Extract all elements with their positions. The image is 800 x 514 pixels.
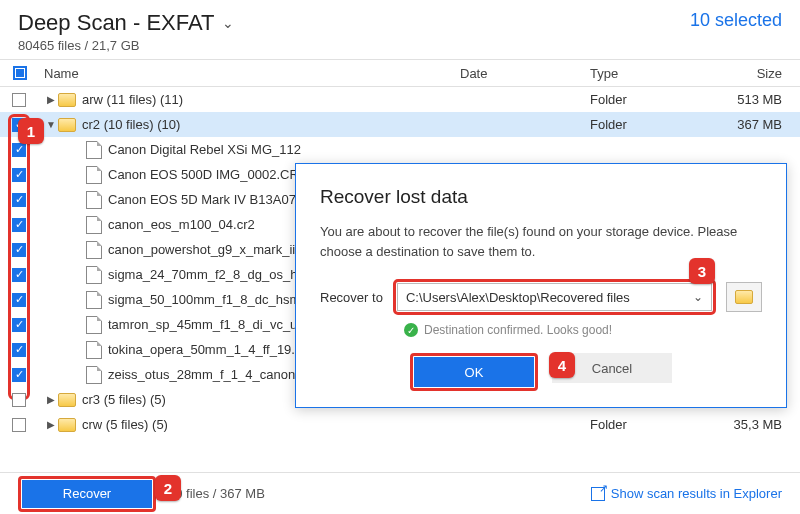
check-circle-icon: ✓	[404, 323, 418, 337]
file-icon	[86, 216, 102, 234]
annotation-badge-3: 3	[689, 258, 715, 284]
row-checkbox[interactable]	[12, 93, 26, 107]
file-icon	[86, 166, 102, 184]
folder-row[interactable]: ▶crw (5 files) (5)Folder35,3 MB	[0, 412, 800, 437]
row-checkbox[interactable]: ✓	[12, 268, 26, 282]
annotation-badge-2: 2	[155, 475, 181, 501]
recover-to-label: Recover to	[320, 290, 383, 305]
row-name: arw (11 files) (11)	[82, 92, 460, 107]
row-name: Canon Digital Rebel XSi MG_112	[108, 142, 460, 157]
external-link-icon	[591, 487, 605, 501]
ok-button[interactable]: OK	[414, 357, 534, 387]
chevron-down-icon[interactable]: ⌄	[693, 290, 703, 304]
file-icon	[86, 191, 102, 209]
file-icon	[86, 366, 102, 384]
folder-icon	[58, 393, 76, 407]
row-checkbox[interactable]: ✓	[12, 343, 26, 357]
row-checkbox[interactable]: ✓	[12, 368, 26, 382]
folder-icon	[58, 418, 76, 432]
row-checkbox[interactable]: ✓	[12, 168, 26, 182]
file-icon	[86, 341, 102, 359]
folder-row[interactable]: ✓▼cr2 (10 files) (10)Folder367 MB	[0, 112, 800, 137]
destination-path: C:\Users\Alex\Desktop\Recovered files	[406, 290, 630, 305]
file-icon	[86, 316, 102, 334]
file-icon	[86, 241, 102, 259]
file-icon	[86, 291, 102, 309]
row-checkbox[interactable]: ✓	[12, 143, 26, 157]
expand-toggle[interactable]: ▼	[44, 119, 58, 130]
row-name: crw (5 files) (5)	[82, 417, 460, 432]
row-type: Folder	[590, 417, 700, 432]
annotation-badge-4: 4	[549, 352, 575, 378]
expand-toggle[interactable]: ▶	[44, 419, 58, 430]
row-type: Folder	[590, 92, 700, 107]
folder-icon	[58, 93, 76, 107]
row-checkbox[interactable]: ✓	[12, 318, 26, 332]
dialog-title: Recover lost data	[320, 186, 762, 208]
selected-count: 10 selected	[690, 10, 782, 31]
selection-summary: 10 files / 367 MB	[168, 486, 265, 501]
annotation-highlight-3: C:\Users\Alex\Desktop\Recovered files ⌄	[393, 279, 716, 315]
show-in-explorer-link[interactable]: Show scan results in Explorer	[591, 486, 782, 501]
expand-toggle[interactable]: ▶	[44, 394, 58, 405]
file-icon	[86, 266, 102, 284]
recover-dialog: Recover lost data You are about to recov…	[295, 163, 787, 408]
confirm-text: Destination confirmed. Looks good!	[424, 323, 612, 337]
row-checkbox[interactable]: ✓	[12, 218, 26, 232]
chevron-down-icon[interactable]: ⌄	[222, 15, 234, 31]
file-row[interactable]: ✓Canon Digital Rebel XSi MG_112	[0, 137, 800, 162]
page-title: Deep Scan - EXFAT	[18, 10, 214, 36]
row-size: 35,3 MB	[700, 417, 800, 432]
footer: Recover 10 files / 367 MB Show scan resu…	[0, 472, 800, 514]
col-date[interactable]: Date	[460, 66, 590, 81]
folder-icon	[58, 118, 76, 132]
col-type[interactable]: Type	[590, 66, 700, 81]
row-name: cr2 (10 files) (10)	[82, 117, 460, 132]
row-type: Folder	[590, 117, 700, 132]
file-icon	[86, 141, 102, 159]
select-all-checkbox[interactable]	[13, 66, 27, 80]
col-size[interactable]: Size	[700, 66, 800, 81]
row-checkbox[interactable]	[12, 393, 26, 407]
row-size: 367 MB	[700, 117, 800, 132]
browse-folder-button[interactable]	[726, 282, 762, 312]
file-count-subtitle: 80465 files / 21,7 GB	[18, 38, 234, 53]
annotation-badge-1: 1	[18, 118, 44, 144]
row-checkbox[interactable]: ✓	[12, 243, 26, 257]
annotation-highlight-4: OK	[410, 353, 538, 391]
annotation-highlight-1	[8, 114, 30, 400]
destination-dropdown[interactable]: C:\Users\Alex\Desktop\Recovered files ⌄	[397, 283, 712, 311]
folder-icon	[735, 290, 753, 304]
row-size: 513 MB	[700, 92, 800, 107]
row-checkbox[interactable]	[12, 418, 26, 432]
expand-toggle[interactable]: ▶	[44, 94, 58, 105]
row-checkbox[interactable]: ✓	[12, 193, 26, 207]
row-checkbox[interactable]: ✓	[12, 293, 26, 307]
column-headers: Name Date Type Size	[0, 59, 800, 87]
annotation-highlight-2: Recover	[18, 476, 156, 512]
header: Deep Scan - EXFAT ⌄ 80465 files / 21,7 G…	[0, 0, 800, 59]
folder-row[interactable]: ▶arw (11 files) (11)Folder513 MB	[0, 87, 800, 112]
dialog-body: You are about to recover the file(s) fou…	[320, 222, 762, 261]
col-name[interactable]: Name	[40, 66, 460, 81]
recover-button[interactable]: Recover	[22, 480, 152, 508]
